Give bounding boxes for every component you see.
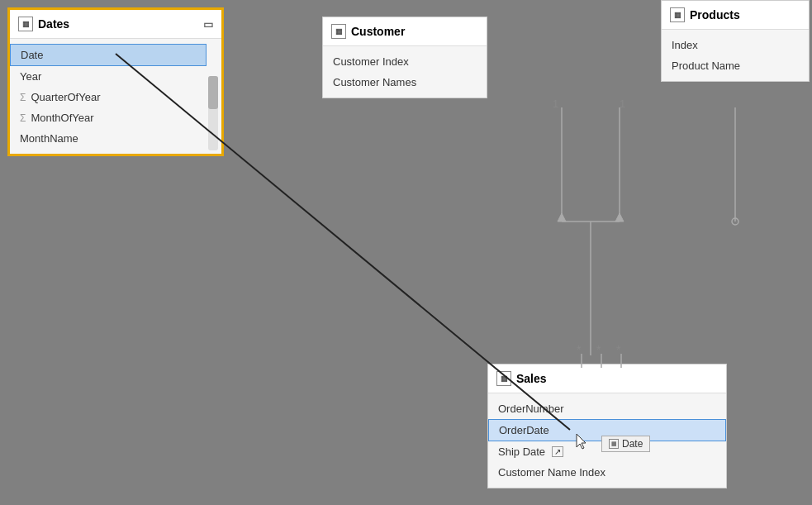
scroll-thumb: [208, 76, 218, 109]
crow-foot-left: [558, 213, 566, 222]
products-row-productname[interactable]: Product Name: [662, 55, 809, 76]
sales-field-customernameindex: Customer Name Index: [498, 466, 605, 479]
sales-table-card: ▦ Sales OrderNumber OrderDate Ship Date …: [487, 364, 727, 488]
products-field-productname: Product Name: [672, 60, 740, 72]
dates-field-monthname: MonthName: [20, 132, 78, 145]
customer-field-names: Customer Names: [333, 76, 416, 88]
sales-row-ordernumber[interactable]: OrderNumber: [488, 398, 726, 419]
external-link-icon[interactable]: ↗: [552, 446, 563, 457]
scroll-bar[interactable]: [208, 76, 218, 150]
sigma-icon-1: Σ: [20, 92, 26, 103]
customer-field-index: Customer Index: [333, 55, 409, 68]
table-icon: ▦: [18, 17, 33, 31]
customer-table-card: ▦ Customer Customer Index Customer Names: [322, 17, 487, 98]
customer-table-title: Customer: [351, 25, 405, 38]
dates-row-year[interactable]: Year: [10, 66, 207, 87]
sales-table-body: OrderNumber OrderDate Ship Date ↗ Custom…: [488, 393, 726, 488]
customer-table-body: Customer Index Customer Names: [323, 46, 487, 98]
dates-row-quarterofyear[interactable]: Σ QuarterOfYear: [10, 87, 207, 107]
products-table-title: Products: [690, 8, 740, 21]
products-table-icon: ▦: [670, 7, 685, 22]
sales-table-title: Sales: [516, 372, 547, 385]
products-table-body: Index Product Name: [662, 30, 809, 81]
sigma-icon-2: Σ: [20, 112, 26, 124]
sales-row-shipdate[interactable]: Ship Date ↗: [488, 441, 726, 462]
sales-field-orderdate: OrderDate: [499, 424, 549, 436]
customer-table-header: ▦ Customer: [323, 17, 487, 46]
dates-row-monthname[interactable]: MonthName: [10, 128, 207, 149]
dates-collapse-icon[interactable]: ▭: [203, 18, 213, 31]
products-row-index[interactable]: Index: [662, 35, 809, 55]
customer-table-icon: ▦: [331, 24, 346, 39]
rel-label-1-left: 1: [553, 98, 558, 110]
dates-table-card: ▦ Dates ▭ Date Year Σ QuarterOfYear Σ Mo…: [8, 8, 223, 155]
dates-table-title: Dates: [38, 17, 69, 31]
rel-star-3: *: [616, 343, 621, 356]
dates-field-year: Year: [20, 70, 41, 83]
dates-field-monthofyear: MonthOfYear: [31, 112, 93, 124]
products-table-header: ▦ Products: [662, 1, 809, 30]
products-table-card: ▦ Products Index Product Name: [661, 0, 810, 82]
products-field-index: Index: [672, 39, 698, 51]
sales-table-icon: ▦: [496, 371, 511, 386]
dates-table-body: Date Year Σ QuarterOfYear Σ MonthOfYear …: [10, 39, 221, 154]
rel-star-1: *: [577, 343, 582, 356]
dates-table-header: ▦ Dates ▭: [10, 10, 221, 39]
dates-field-date: Date: [21, 49, 43, 61]
rel-star-2: *: [596, 343, 601, 356]
sales-field-ordernumber: OrderNumber: [498, 403, 563, 415]
dates-field-quarterofyear: QuarterOfYear: [31, 91, 100, 103]
dates-row-monthofyear[interactable]: Σ MonthOfYear: [10, 107, 207, 128]
rel-label-1-right: 1: [620, 98, 625, 110]
sales-field-shipdate: Ship Date: [498, 445, 545, 458]
customer-row-index[interactable]: Customer Index: [323, 51, 487, 72]
sales-row-customernameindex[interactable]: Customer Name Index: [488, 462, 726, 483]
rel-circle: [732, 218, 738, 225]
customer-row-names[interactable]: Customer Names: [323, 72, 487, 93]
crow-foot-right: [615, 213, 624, 222]
dates-row-date[interactable]: Date: [10, 44, 207, 66]
sales-row-orderdate[interactable]: OrderDate: [488, 419, 726, 441]
sales-table-header: ▦ Sales: [488, 364, 726, 393]
